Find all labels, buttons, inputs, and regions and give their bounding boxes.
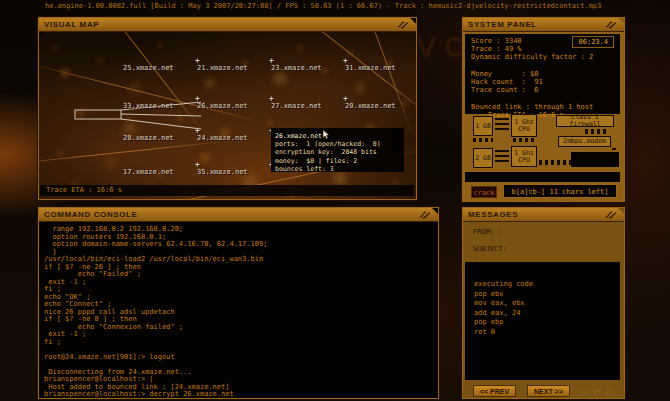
ram-module-2[interactable]: 2 GB [473, 148, 493, 168]
tooltip-details: ports: 1 (open/hacked: 0) encryption key… [275, 140, 381, 173]
city-lights [39, 32, 41, 34]
map-node[interactable]: 27.xmaze.net [271, 102, 322, 110]
modem-module[interactable]: 2mbps.modem [558, 136, 611, 147]
title-bar: he.engine-1.00.0082.full [Build : May 3 … [0, 0, 670, 12]
console-terminal[interactable]: range 192.168.0.2 192.168.0.20; option r… [39, 222, 438, 398]
map-node[interactable]: 26.xmaze.net [197, 102, 248, 110]
console-output: range 192.168.0.2 192.168.0.20; option r… [39, 222, 438, 399]
bus-lines [495, 118, 509, 133]
system-panel: SYSTEM PANEL Score : 3340 Trace : 49 % D… [462, 17, 625, 202]
mission-timer: 06:23.4 [572, 36, 614, 48]
firewall-module[interactable]: class 1 firewall [556, 115, 614, 127]
messages-panel: MESSAGES FROM: - SUBJECT: - executing co… [462, 207, 625, 399]
map-node[interactable]: 31.xmaze.net [345, 64, 396, 72]
map-node[interactable]: 35.xmaze.net [197, 168, 248, 176]
panel-corner-icon[interactable] [605, 210, 617, 219]
tooltip-hostname: 26.xmaze.net [275, 132, 322, 140]
map-node[interactable]: 20.xmaze.net [345, 102, 396, 110]
message-subject-label: SUBJECT: [473, 245, 507, 253]
cpu-module-2[interactable]: 1 Ghz CPU [511, 146, 537, 167]
trace-eta-bar: Trace ETA : 16:6 s [40, 185, 414, 196]
panel-corner-icon[interactable] [397, 20, 409, 29]
cpu-module-1[interactable]: 1 Ghz CPU [511, 114, 537, 137]
crack-password-field[interactable]: b[a]cb-[ 11 chars left] [503, 184, 617, 198]
message-from: FROM: - [473, 228, 503, 236]
bus-lines [495, 150, 509, 165]
system-panel-title: SYSTEM PANEL [468, 20, 537, 29]
next-message-button[interactable]: NEXT >> [527, 385, 570, 397]
connector-trace [539, 160, 571, 165]
host-tooltip: 26.xmaze.net ports: 1 (open/hacked: 0) e… [271, 128, 404, 172]
hardware-slot-empty [571, 152, 619, 167]
message-content: executing code pop ebx mov eax, ebx add … [465, 262, 620, 380]
prev-message-button[interactable]: << PREV [473, 385, 516, 397]
map-node[interactable]: 33.xmaze.net [123, 102, 174, 110]
map-node[interactable]: 28.xmaze.net [123, 134, 174, 142]
command-console-header[interactable]: COMMAND CONSOLE [39, 208, 438, 222]
visual-map-panel: VISUAL MAP 25.xmaze.net+21.xmaze.net+23.… [38, 17, 417, 200]
map-node[interactable]: 24.xmaze.net [197, 134, 248, 142]
bus-stub [473, 138, 493, 142]
map-node[interactable]: 21.xmaze.net [197, 64, 248, 72]
command-console-panel: COMMAND CONSOLE range 192.168.0.2 192.16… [38, 207, 439, 399]
system-panel-body: Score : 3340 Trace : 49 % Dynamic diffic… [463, 32, 624, 201]
map-node[interactable]: 25.xmaze.net [123, 64, 174, 72]
panel-corner-icon[interactable] [605, 20, 617, 29]
system-stats: Score : 3340 Trace : 49 % Dynamic diffic… [465, 34, 620, 114]
message-page-indicator: [2 of 2] [580, 388, 614, 396]
command-console-title: COMMAND CONSOLE [44, 210, 137, 219]
message-content-text: executing code pop ebx mov eax, ebx add … [465, 262, 620, 337]
map-node[interactable]: 23.xmaze.net [271, 64, 322, 72]
crack-button[interactable]: crack [471, 186, 497, 198]
network-map[interactable]: 25.xmaze.net+21.xmaze.net+23.xmaze.net+3… [39, 32, 416, 199]
message-subject-value: - [473, 254, 477, 262]
messages-body: FROM: - SUBJECT: - executing code pop eb… [463, 222, 624, 398]
map-node[interactable]: 17.xmaze.net [123, 168, 174, 176]
bus-stub [513, 138, 535, 142]
mouse-cursor-icon [322, 130, 330, 140]
engine-status-text: he.engine-1.00.0082.full [Build : May 3 … [45, 2, 601, 10]
messages-header[interactable]: MESSAGES [463, 208, 624, 222]
message-meta: FROM: - SUBJECT: - [465, 224, 620, 262]
panel-corner-icon[interactable] [419, 210, 431, 219]
visual-map-title: VISUAL MAP [44, 20, 99, 29]
visual-map-header[interactable]: VISUAL MAP [39, 18, 416, 32]
messages-title: MESSAGES [468, 210, 518, 219]
firewall-pins [585, 129, 609, 134]
system-panel-header[interactable]: SYSTEM PANEL [463, 18, 624, 32]
ram-module-1[interactable]: 1 GB [473, 116, 493, 136]
progress-bar [465, 172, 620, 182]
